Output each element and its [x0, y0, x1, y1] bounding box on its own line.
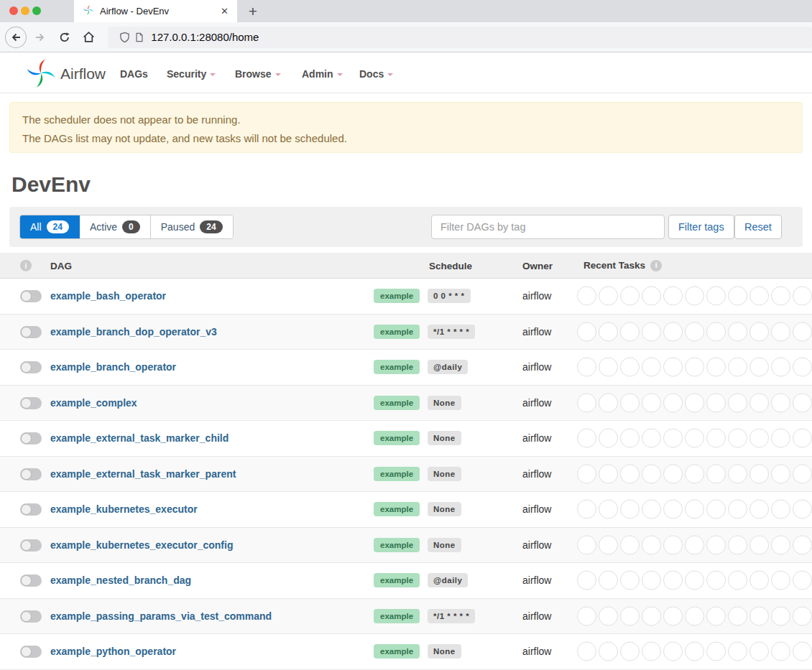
- task-state-circle: [685, 606, 704, 625]
- dag-tag-badge[interactable]: example: [374, 467, 420, 481]
- browser-tab[interactable]: Airflow - DevEnv ✕: [74, 0, 237, 22]
- nav-item-browse[interactable]: Browse: [235, 68, 281, 80]
- recent-tasks-cell: [577, 464, 812, 483]
- header-dag[interactable]: DAG: [50, 260, 72, 271]
- header-owner: Owner: [522, 260, 553, 271]
- chevron-down-icon: [337, 73, 343, 76]
- url-bar[interactable]: 127.0.0.1:28080/home: [108, 27, 812, 48]
- dag-tag-badge[interactable]: example: [374, 644, 420, 659]
- task-state-circle: [663, 500, 683, 519]
- back-button[interactable]: [5, 27, 27, 48]
- dag-pause-toggle[interactable]: [20, 397, 42, 409]
- dag-pause-toggle[interactable]: [20, 361, 42, 373]
- shield-icon[interactable]: [119, 32, 130, 43]
- task-state-circle: [642, 535, 661, 554]
- dag-pause-toggle[interactable]: [20, 290, 42, 302]
- dag-link[interactable]: example_external_task_marker_child: [50, 432, 229, 444]
- task-state-circle: [685, 642, 704, 661]
- task-state-circle: [642, 322, 661, 341]
- warning-line-1: The scheduler does not appear to be runn…: [22, 111, 790, 129]
- dag-tag-badge[interactable]: example: [374, 325, 420, 339]
- brand-name[interactable]: Airflow: [60, 65, 106, 83]
- filter-tags-button[interactable]: Filter tags: [668, 215, 734, 239]
- task-state-circle: [620, 429, 640, 448]
- owner-cell: airflow: [522, 503, 551, 515]
- task-state-circle: [577, 500, 596, 519]
- zoom-window-button[interactable]: [32, 6, 41, 15]
- dag-pause-toggle[interactable]: [20, 646, 42, 658]
- dag-tag-badge[interactable]: example: [374, 538, 420, 552]
- task-state-circle: [685, 535, 704, 554]
- task-state-circle: [793, 464, 812, 483]
- owner-cell: airflow: [522, 290, 551, 302]
- info-icon: i: [20, 260, 32, 271]
- filter-tab-active[interactable]: Active 0: [80, 215, 151, 238]
- forward-button[interactable]: [29, 27, 51, 48]
- task-state-circle: [706, 358, 726, 377]
- dag-pause-toggle[interactable]: [20, 468, 42, 480]
- task-state-circle: [771, 642, 790, 661]
- task-state-circle: [642, 571, 661, 590]
- filter-tab-all[interactable]: All 24: [20, 215, 80, 238]
- dag-tag-badge[interactable]: example: [374, 502, 420, 516]
- dag-tag-badge[interactable]: example: [374, 396, 420, 410]
- dag-tag-badge[interactable]: example: [374, 573, 420, 587]
- nav-item-security[interactable]: Security: [167, 68, 216, 80]
- dag-tag-badge[interactable]: example: [374, 609, 420, 623]
- nav-item-docs[interactable]: Docs: [359, 68, 393, 80]
- reload-icon[interactable]: [54, 27, 75, 48]
- task-state-circle: [749, 571, 769, 590]
- dag-pause-toggle[interactable]: [20, 326, 42, 338]
- task-state-circle: [663, 322, 683, 341]
- table-row: example_external_task_marker_child examp…: [0, 421, 812, 457]
- reset-button[interactable]: Reset: [734, 215, 782, 239]
- dag-pause-toggle[interactable]: [20, 610, 42, 623]
- new-tab-button[interactable]: +: [242, 0, 264, 22]
- close-window-button[interactable]: [9, 6, 18, 15]
- task-state-circle: [599, 322, 618, 341]
- dag-link[interactable]: example_kubernetes_executor: [50, 503, 198, 515]
- dag-pause-toggle[interactable]: [20, 539, 42, 552]
- filter-tab-paused[interactable]: Paused 24: [151, 215, 233, 238]
- dag-pause-toggle[interactable]: [20, 503, 42, 516]
- filter-dags-by-tag-input[interactable]: [431, 215, 665, 239]
- owner-cell: airflow: [522, 432, 551, 444]
- airflow-logo-icon[interactable]: [24, 57, 57, 93]
- table-row: example_python_operator example None air…: [0, 634, 812, 670]
- schedule-badge: None: [428, 431, 461, 445]
- nav-item-admin[interactable]: Admin: [302, 68, 343, 80]
- chevron-down-icon: [275, 73, 281, 76]
- dag-link[interactable]: example_kubernetes_executor_config: [50, 539, 233, 551]
- dag-link[interactable]: example_python_operator: [50, 646, 176, 657]
- minimize-window-button[interactable]: [21, 6, 29, 15]
- owner-cell: airflow: [522, 574, 551, 586]
- dag-link[interactable]: example_complex: [50, 397, 137, 409]
- task-state-circle: [577, 642, 596, 661]
- task-state-circle: [685, 322, 704, 341]
- close-tab-icon[interactable]: ✕: [219, 6, 230, 17]
- home-icon[interactable]: [78, 27, 100, 48]
- dag-link[interactable]: example_external_task_marker_parent: [50, 468, 236, 480]
- dag-tag-badge[interactable]: example: [374, 431, 420, 445]
- dag-link[interactable]: example_passing_params_via_test_command: [50, 610, 272, 622]
- task-state-circle: [728, 322, 747, 341]
- task-state-circle: [749, 358, 769, 377]
- dag-pause-toggle[interactable]: [20, 574, 42, 587]
- dag-pause-toggle[interactable]: [20, 432, 42, 445]
- task-state-circle: [599, 642, 618, 661]
- task-state-circle: [771, 535, 790, 554]
- dag-link[interactable]: example_branch_dop_operator_v3: [50, 326, 217, 338]
- task-state-circle: [706, 464, 726, 483]
- dag-link[interactable]: example_bash_operator: [50, 290, 166, 302]
- nav-item-dags[interactable]: DAGs: [120, 68, 148, 80]
- recent-tasks-cell: [577, 535, 812, 554]
- table-row: example_branch_dop_operator_v3 example *…: [0, 315, 812, 350]
- page-info-icon[interactable]: [134, 32, 144, 43]
- dag-tag-badge[interactable]: example: [374, 289, 420, 303]
- dag-link[interactable]: example_branch_operator: [50, 361, 176, 373]
- dag-link[interactable]: example_nested_branch_dag: [50, 574, 191, 586]
- dag-tag-badge[interactable]: example: [374, 360, 420, 374]
- task-state-circle: [706, 535, 726, 554]
- task-state-circle: [749, 642, 769, 661]
- task-state-circle: [642, 287, 661, 306]
